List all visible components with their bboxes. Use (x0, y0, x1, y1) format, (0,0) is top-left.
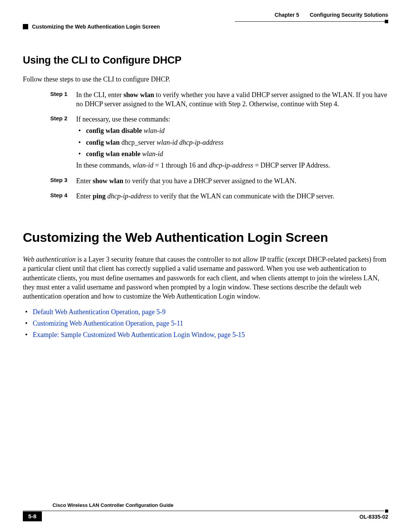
running-section-title: Customizing the Web Authentication Login… (32, 23, 160, 30)
list-item: config wlan enable wlan-id (76, 149, 388, 158)
header-rule (23, 20, 388, 23)
web-auth-links: Default Web Authentication Operation, pa… (23, 307, 388, 340)
step-body: If necessary, use these commands: config… (76, 115, 388, 171)
chapter-label: Chapter 5 (275, 11, 299, 19)
link-default-web-auth[interactable]: Default Web Authentication Operation, pa… (33, 308, 166, 316)
link-customizing-web-auth[interactable]: Customizing Web Authentication Operation… (33, 320, 183, 327)
chapter-title: Configuring Security Solutions (310, 11, 388, 19)
step-row: Step 3 Enter show wlan to verify that yo… (23, 176, 388, 187)
step-label: Step 3 (23, 176, 76, 187)
page-footer: Cisco Wireless LAN Controller Configurat… (23, 502, 388, 521)
step-body: Enter show wlan to verify that you have … (76, 176, 388, 187)
heading-customizing-web-auth: Customizing the Web Authentication Login… (23, 229, 388, 246)
list-item: Customizing Web Authentication Operation… (23, 319, 388, 328)
step-label: Step 4 (23, 192, 76, 202)
footer-guide-title: Cisco Wireless LAN Controller Configurat… (53, 502, 174, 509)
heading-cli-dhcp: Using the CLI to Configure DHCP (23, 53, 388, 67)
step-row: Step 2 If necessary, use these commands:… (23, 115, 388, 171)
step-row: Step 1 In the CLI, enter show wlan to ve… (23, 90, 388, 110)
step-body: Enter ping dhcp-ip-address to verify tha… (76, 192, 388, 202)
running-section-header: Customizing the Web Authentication Login… (23, 23, 388, 30)
web-auth-paragraph: Web authentication is a Layer 3 security… (23, 255, 388, 301)
page: Chapter 5 Configuring Security Solutions… (0, 0, 411, 532)
content-area: Using the CLI to Configure DHCP Follow t… (23, 53, 388, 340)
step-label: Step 2 (23, 115, 76, 171)
footer-rule (23, 510, 388, 513)
list-item: config wlan disable wlan-id (76, 126, 388, 135)
list-item: config wlan dhcp_server wlan-id dhcp-ip-… (76, 138, 388, 147)
running-header: Chapter 5 Configuring Security Solutions (23, 11, 388, 19)
square-bullet-icon (23, 24, 28, 29)
list-item: Default Web Authentication Operation, pa… (23, 307, 388, 316)
page-number: 5-8 (23, 511, 42, 521)
step-body: In the CLI, enter show wlan to verify wh… (76, 90, 388, 110)
command-list: config wlan disable wlan-id config wlan … (76, 126, 388, 158)
cli-intro-paragraph: Follow these steps to use the CLI to con… (23, 75, 388, 84)
document-id: OL-8335-02 (360, 513, 388, 521)
step-row: Step 4 Enter ping dhcp-ip-address to ver… (23, 192, 388, 202)
step-label: Step 1 (23, 90, 76, 110)
link-example-login-window[interactable]: Example: Sample Customized Web Authentic… (33, 331, 245, 339)
list-item: Example: Sample Customized Web Authentic… (23, 330, 388, 339)
